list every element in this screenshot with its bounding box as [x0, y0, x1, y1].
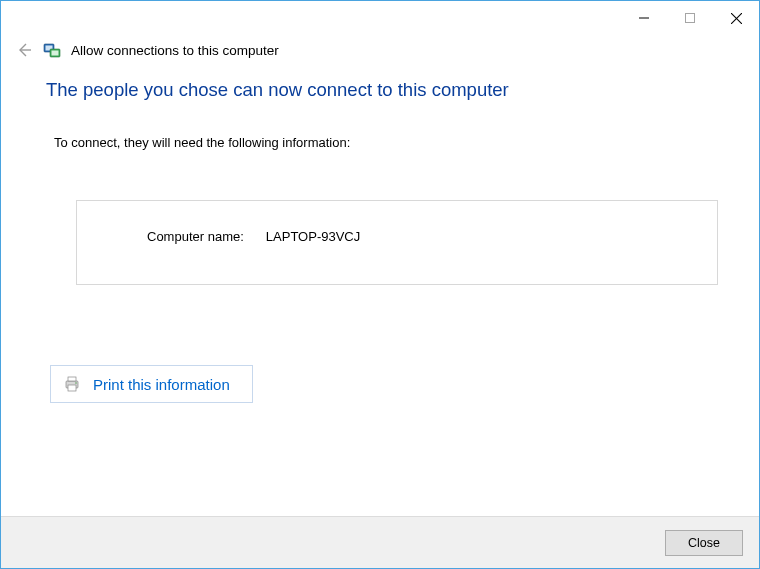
svg-point-12 — [75, 382, 77, 384]
wizard-header: Allow connections to this computer — [1, 35, 759, 79]
maximize-button — [667, 3, 713, 33]
back-arrow-icon[interactable] — [15, 41, 35, 59]
svg-rect-1 — [686, 14, 695, 23]
svg-rect-8 — [52, 51, 59, 56]
print-information-link[interactable]: Print this information — [50, 365, 253, 403]
titlebar — [1, 1, 759, 35]
content-area: The people you chose can now connect to … — [1, 79, 759, 516]
printer-icon — [63, 375, 81, 393]
print-information-label: Print this information — [93, 376, 230, 393]
dialog-window: Allow connections to this computer The p… — [0, 0, 760, 569]
remote-connection-icon — [43, 41, 61, 59]
window-close-button[interactable] — [713, 3, 759, 33]
close-button[interactable]: Close — [665, 530, 743, 556]
computer-info-box: Computer name: LAPTOP-93VCJ — [76, 200, 718, 285]
dialog-footer: Close — [1, 516, 759, 568]
main-heading: The people you chose can now connect to … — [46, 79, 714, 101]
instruction-text: To connect, they will need the following… — [46, 135, 714, 150]
svg-rect-11 — [68, 385, 76, 391]
wizard-title: Allow connections to this computer — [69, 43, 279, 58]
computer-name-label: Computer name: — [147, 229, 244, 244]
svg-rect-10 — [68, 377, 76, 381]
minimize-button[interactable] — [621, 3, 667, 33]
computer-name-value: LAPTOP-93VCJ — [266, 229, 360, 244]
